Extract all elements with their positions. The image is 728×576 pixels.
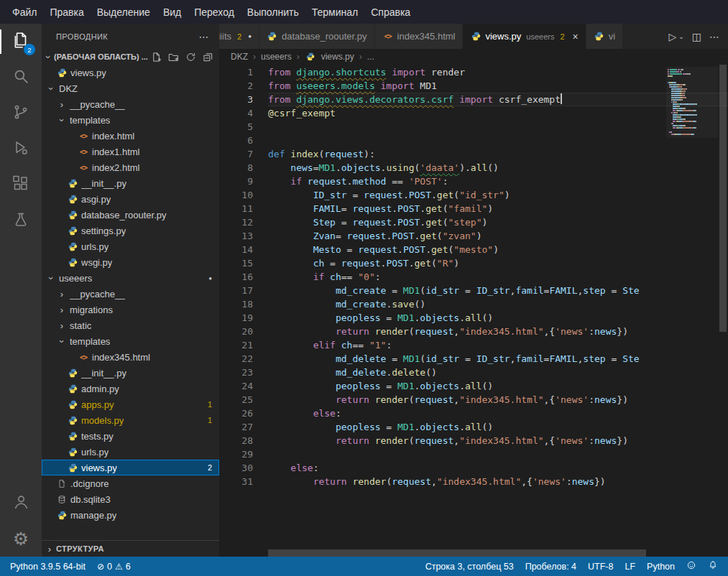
tab-index345[interactable]: <> index345.html xyxy=(375,24,464,49)
tree-item-views-py[interactable]: views.py2 xyxy=(42,460,219,475)
breadcrumb-views-py[interactable]: views.py xyxy=(321,52,354,62)
tree-item-templates[interactable]: ›templates xyxy=(42,333,219,349)
tree-item-index-html[interactable]: <>index.html xyxy=(42,128,219,144)
tree-item-apps-py[interactable]: apps.py1 xyxy=(42,396,219,412)
status-indentation[interactable]: Пробелов: 4 xyxy=(520,557,582,576)
tree-item-asgi-py[interactable]: asgi.py xyxy=(42,191,219,207)
code-lines[interactable]: from django.shortcuts import renderfrom … xyxy=(268,65,728,557)
status-python-version[interactable]: Python 3.9.5 64-bit xyxy=(4,557,91,576)
tab-database-roouter[interactable]: database_roouter.py xyxy=(259,24,375,49)
workspace-section-header[interactable]: › (РАБОЧАЯ ОБЛАСТЬ) ... xyxy=(42,49,219,65)
code-line[interactable]: from django.views.decorators.csrf import… xyxy=(268,93,728,106)
code-line[interactable]: peopless = MD1.objects.all() xyxy=(268,379,728,393)
activity-search[interactable] xyxy=(0,60,42,96)
collapse-all-icon[interactable] xyxy=(203,52,213,62)
tree-item-init-py[interactable]: __init__.py xyxy=(42,175,219,191)
code-line[interactable]: from useeers.models import MD1 xyxy=(268,79,728,93)
code-line[interactable]: return render(request,"index345.html",{'… xyxy=(268,475,728,488)
activity-settings[interactable]: ⚙ xyxy=(0,521,42,557)
tree-item-pycache[interactable]: ›__pycache__ xyxy=(42,286,219,302)
code-line[interactable] xyxy=(268,120,728,134)
menu-selection[interactable]: Выделение xyxy=(91,4,157,20)
scrollbar-thumb[interactable] xyxy=(719,65,727,332)
tree-item-admin-py[interactable]: admin.py xyxy=(42,381,219,396)
code-line[interactable]: else: xyxy=(268,407,728,420)
code-line[interactable]: return render(request,"index345.html",{'… xyxy=(268,393,728,407)
code-line[interactable]: news=MD1.objects.using('daata').all() xyxy=(268,161,728,175)
tree-item-templates[interactable]: ›templates xyxy=(42,112,219,128)
tab-vi[interactable]: vi xyxy=(586,24,623,49)
code-line[interactable] xyxy=(268,447,728,461)
status-notifications[interactable] xyxy=(702,557,724,576)
scrollbar-thumb[interactable] xyxy=(268,549,646,557)
menu-file[interactable]: Файл xyxy=(6,4,43,20)
tree-item-dkz[interactable]: ›DKZ xyxy=(42,80,219,96)
outline-section-header[interactable]: › СТРУКТУРА xyxy=(42,540,219,557)
code-line[interactable]: if ch== "0": xyxy=(268,270,728,284)
run-python-file-button[interactable]: ▷ xyxy=(668,31,676,42)
breadcrumb-useeers[interactable]: useeers xyxy=(261,52,292,62)
tree-item-migrations[interactable]: ›migrations xyxy=(42,302,219,317)
breadcrumb-dkz[interactable]: DKZ xyxy=(231,52,248,62)
horizontal-scrollbar[interactable] xyxy=(268,549,718,557)
activity-source-control[interactable] xyxy=(0,96,42,131)
code-line[interactable]: ID_str = request.POST.get("id_str") xyxy=(268,188,728,202)
menu-run[interactable]: Выполнить xyxy=(241,4,305,20)
code-line[interactable]: Zvan= request.POST.get("zvan") xyxy=(268,229,728,243)
status-language-mode[interactable]: Python xyxy=(641,557,681,576)
code-line[interactable] xyxy=(268,134,728,147)
code-line[interactable]: else: xyxy=(268,461,728,475)
new-file-icon[interactable] xyxy=(151,52,162,62)
minimap[interactable] xyxy=(666,67,718,138)
split-editor-icon[interactable]: ◫ xyxy=(692,31,701,42)
tree-item-pycache[interactable]: ›__pycache__ xyxy=(42,96,219,112)
activity-extensions[interactable] xyxy=(0,167,42,203)
code-line[interactable]: def index(request): xyxy=(268,147,728,161)
tree-item-database-roouter-py[interactable]: database_roouter.py xyxy=(42,207,219,223)
activity-account[interactable] xyxy=(0,485,42,521)
code-line[interactable]: peopless = MD1.objects.all() xyxy=(268,420,728,434)
tree-item-init-py[interactable]: __init__.py xyxy=(42,365,219,381)
menu-help[interactable]: Справка xyxy=(364,4,417,20)
status-eol[interactable]: LF xyxy=(619,557,641,576)
status-encoding[interactable]: UTF-8 xyxy=(582,557,619,576)
tree-item-views-py[interactable]: views.py xyxy=(42,65,219,80)
tab-diiits[interactable]: diiits 2 ● xyxy=(219,24,259,49)
tree-item-index1-html[interactable]: <>index1.html xyxy=(42,144,219,159)
activity-explorer[interactable]: 2 xyxy=(0,24,42,60)
tree-item-useeers[interactable]: ›useeers● xyxy=(42,270,219,286)
code-line[interactable]: FAMIL= request.POST.get("famil") xyxy=(268,202,728,215)
code-line[interactable]: md_delete.delete() xyxy=(268,366,728,379)
activity-testing[interactable] xyxy=(0,203,42,239)
menu-go[interactable]: Переход xyxy=(188,4,241,20)
tree-item-urls-py[interactable]: urls.py xyxy=(42,238,219,254)
tree-item-wsgi-py[interactable]: wsgi.py xyxy=(42,254,219,270)
tree-item-urls-py[interactable]: urls.py xyxy=(42,444,219,460)
code-line[interactable]: md_delete = MD1(id_str = ID_str,famil=FA… xyxy=(268,352,728,366)
vertical-scrollbar[interactable] xyxy=(718,65,728,557)
tree-item-db-sqlite3[interactable]: db.sqlite3 xyxy=(42,491,219,507)
menu-edit[interactable]: Правка xyxy=(43,4,90,20)
tree-item-models-py[interactable]: models.py1 xyxy=(42,412,219,428)
activity-run-debug[interactable] xyxy=(0,131,42,167)
status-cursor-position[interactable]: Строка 3, столбец 53 xyxy=(420,557,520,576)
tree-item-static[interactable]: ›static xyxy=(42,317,219,333)
code-line[interactable]: ch = request.POST.get("R") xyxy=(268,256,728,270)
tree-item-manage-py[interactable]: manage.py xyxy=(42,507,219,523)
close-icon[interactable]: × xyxy=(573,31,579,42)
code-line[interactable]: md_create = MD1(id_str = ID_str,famil=FA… xyxy=(268,284,728,297)
code-line[interactable]: return render(request,"index345.html",{'… xyxy=(268,434,728,447)
code-line[interactable]: return render(request,"index345.html",{'… xyxy=(268,325,728,338)
code-line[interactable]: from django.shortcuts import render xyxy=(268,65,728,79)
code-line[interactable]: Mesto = request.POST.get("mesto") xyxy=(268,243,728,256)
code-line[interactable]: if request.method == 'POST': xyxy=(268,175,728,188)
more-actions-icon[interactable]: ⋯ xyxy=(709,31,719,42)
menu-terminal[interactable]: Терминал xyxy=(305,4,364,20)
new-folder-icon[interactable] xyxy=(168,52,179,62)
code-line[interactable]: elif ch== "1": xyxy=(268,338,728,352)
run-dropdown-icon[interactable]: ⌄ xyxy=(678,33,684,40)
menu-view[interactable]: Вид xyxy=(157,4,188,20)
gutter[interactable]: 1234567891011121314151617181920212223242… xyxy=(219,65,268,557)
tree-item-dcignore[interactable]: .dcignore xyxy=(42,475,219,491)
code-line[interactable]: Step = request.POST.get("step") xyxy=(268,215,728,229)
